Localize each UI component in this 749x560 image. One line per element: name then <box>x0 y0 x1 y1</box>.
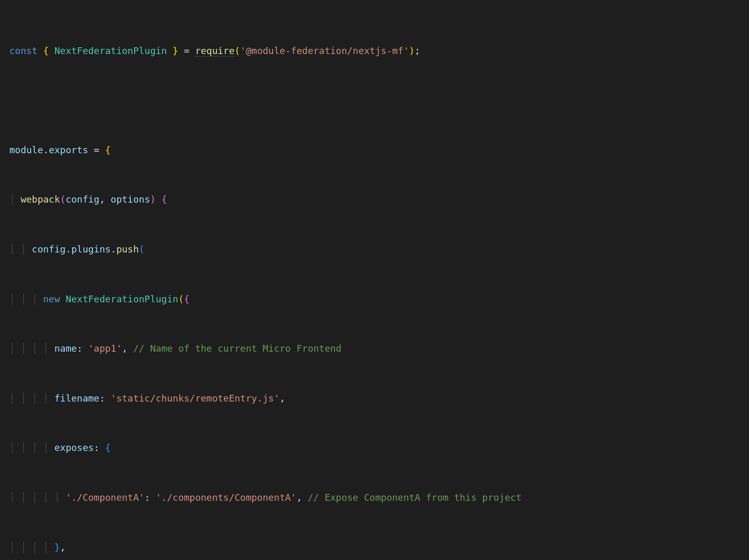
code-line: const { NextFederationPlugin } = require… <box>9 43 749 59</box>
code-line: │ │ │ │ filename: 'static/chunks/remoteE… <box>9 390 749 407</box>
property: plugins <box>71 244 111 255</box>
class-name: NextFederationPlugin <box>65 294 178 304</box>
property-key: exposes <box>55 442 94 453</box>
identifier: module <box>9 144 43 155</box>
keyword-const: const <box>9 45 37 56</box>
code-line: module.exports = { <box>9 142 749 158</box>
string-literal: 'static/chunks/remoteEntry.js' <box>111 393 279 404</box>
code-line: │ │ │ │ │ './ComponentA': './components/… <box>9 489 749 506</box>
property-key: './ComponentA' <box>65 492 144 503</box>
code-line: │ │ config.plugins.push( <box>9 241 749 258</box>
string-literal: '@module-federation/nextjs-mf' <box>240 45 409 56</box>
code-line: │ │ │ │ exposes: { <box>9 439 749 456</box>
method-name: push <box>116 244 139 255</box>
identifier: config <box>32 244 65 255</box>
code-line <box>9 92 749 109</box>
identifier: exports <box>49 144 88 155</box>
parameter: options <box>111 194 150 205</box>
identifier: NextFederationPlugin <box>55 45 167 56</box>
code-line: │ webpack(config, options) { <box>9 191 749 208</box>
brace-close: } <box>172 45 178 56</box>
keyword-new: new <box>43 294 60 304</box>
function-require: require <box>195 45 235 57</box>
code-line: │ │ │ │ name: 'app1', // Name of the cur… <box>9 340 749 357</box>
brace-close: } <box>55 542 60 553</box>
string-literal: './components/ComponentA' <box>156 492 297 503</box>
code-editor[interactable]: const { NextFederationPlugin } = require… <box>9 9 749 560</box>
property-key: filename <box>55 393 100 404</box>
comment: // Expose ComponentA from this project <box>302 492 522 503</box>
comment: // Name of the current Micro Frontend <box>128 343 342 354</box>
string-literal: 'app1' <box>88 343 122 354</box>
parameter: config <box>65 194 99 205</box>
code-line: │ │ │ │ }, <box>9 539 749 556</box>
brace-open: { <box>43 45 49 56</box>
code-line: │ │ │ new NextFederationPlugin({ <box>9 291 749 308</box>
method-name: webpack <box>21 194 60 205</box>
property-key: name <box>55 343 77 354</box>
brace-open: { <box>105 144 111 155</box>
